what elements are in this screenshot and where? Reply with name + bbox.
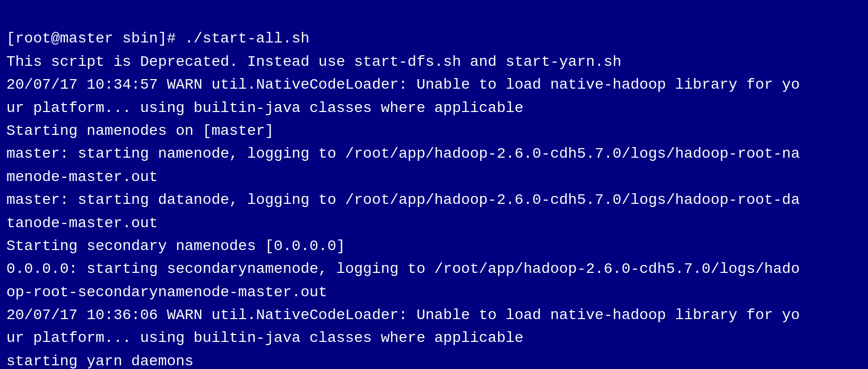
- terminal-text: [root@master sbin]# ./start-all.sh This …: [6, 30, 800, 369]
- terminal-output: [root@master sbin]# ./start-all.sh This …: [0, 0, 868, 369]
